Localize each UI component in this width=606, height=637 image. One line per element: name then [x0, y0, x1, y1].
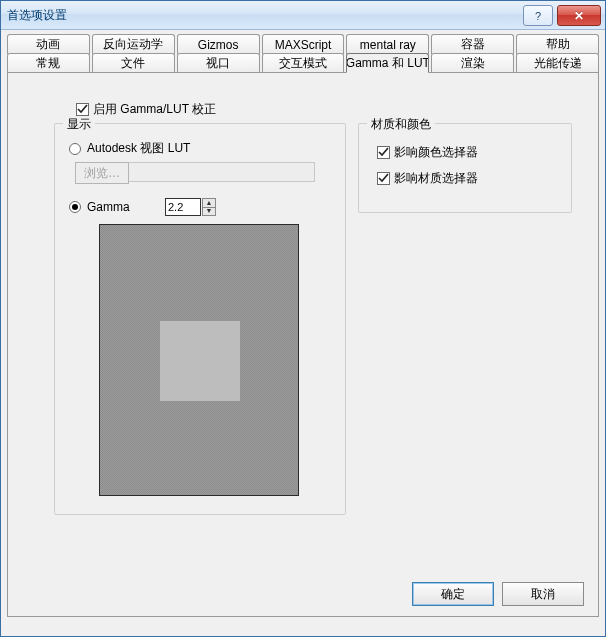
ok-button[interactable]: 确定	[412, 582, 494, 606]
radio-gamma-label: Gamma	[87, 200, 153, 214]
preferences-window: 首选项设置 ? ✕ 动画 反向运动学 Gizmos MAXScript ment…	[0, 0, 606, 637]
enable-gamma-checkbox[interactable]	[76, 103, 89, 116]
affect-mat-checkbox[interactable]	[377, 172, 390, 185]
affect-mat-row: 影响材质选择器	[377, 170, 478, 187]
window-title: 首选项设置	[7, 7, 523, 24]
tab-row-bottom: 常规 文件 视口 交互模式 Gamma 和 LUT 渲染 光能传递	[7, 53, 599, 73]
tab-render[interactable]: 渲染	[431, 53, 514, 73]
tab-container: 动画 反向运动学 Gizmos MAXScript mental ray 容器 …	[1, 30, 605, 617]
tab-interaction[interactable]: 交互模式	[262, 53, 345, 73]
help-icon: ?	[535, 10, 541, 22]
browse-button[interactable]: 浏览…	[75, 162, 129, 184]
affect-color-checkbox[interactable]	[377, 146, 390, 159]
group-material: 材质和颜色 影响颜色选择器 影响材质选择器	[358, 123, 572, 213]
tab-animation[interactable]: 动画	[7, 34, 90, 54]
affect-mat-label: 影响材质选择器	[394, 170, 478, 187]
radio-lut-row: Autodesk 视图 LUT	[69, 140, 190, 157]
gamma-preview-swatch	[99, 224, 299, 496]
check-icon	[378, 173, 389, 184]
affect-color-row: 影响颜色选择器	[377, 144, 478, 161]
enable-gamma-label: 启用 Gamma/LUT 校正	[93, 101, 216, 118]
tab-help[interactable]: 帮助	[516, 34, 599, 54]
tab-mentalray[interactable]: mental ray	[346, 34, 429, 54]
tab-viewport[interactable]: 视口	[177, 53, 260, 73]
tab-row-top: 动画 反向运动学 Gizmos MAXScript mental ray 容器 …	[7, 34, 599, 54]
check-icon	[77, 104, 88, 115]
close-icon: ✕	[574, 9, 584, 23]
check-icon	[378, 147, 389, 158]
help-button[interactable]: ?	[523, 5, 553, 26]
dialog-button-bar: 确定 取消	[412, 582, 584, 606]
cancel-button[interactable]: 取消	[502, 582, 584, 606]
browse-row: 浏览…	[75, 162, 315, 184]
radio-lut-label: Autodesk 视图 LUT	[87, 140, 190, 157]
close-button[interactable]: ✕	[557, 5, 601, 26]
enable-gamma-row: 启用 Gamma/LUT 校正	[76, 101, 216, 118]
titlebar: 首选项设置 ? ✕	[1, 1, 605, 30]
tab-maxscript[interactable]: MAXScript	[262, 34, 345, 54]
tab-ik[interactable]: 反向运动学	[92, 34, 175, 54]
radio-lut[interactable]	[69, 143, 81, 155]
group-display-legend: 显示	[63, 116, 95, 133]
tab-general[interactable]: 常规	[7, 53, 90, 73]
gamma-spin-buttons: ▲ ▼	[202, 198, 216, 216]
affect-color-label: 影响颜色选择器	[394, 144, 478, 161]
gamma-preview-inner	[160, 321, 240, 401]
tab-radiosity[interactable]: 光能传递	[516, 53, 599, 73]
gamma-spin-down[interactable]: ▼	[202, 207, 216, 217]
tab-gizmos[interactable]: Gizmos	[177, 34, 260, 54]
tab-files[interactable]: 文件	[92, 53, 175, 73]
gamma-input[interactable]	[165, 198, 201, 216]
radio-gamma-row: Gamma ▲ ▼	[69, 198, 216, 216]
tab-container-opt[interactable]: 容器	[431, 34, 514, 54]
gamma-spinner: ▲ ▼	[165, 198, 216, 216]
gamma-spin-up[interactable]: ▲	[202, 198, 216, 207]
radio-gamma[interactable]	[69, 201, 81, 213]
group-display: 显示 Autodesk 视图 LUT 浏览… Gamma ▲	[54, 123, 346, 515]
lut-path-field	[129, 162, 315, 182]
group-material-legend: 材质和颜色	[367, 116, 435, 133]
tab-panel: 启用 Gamma/LUT 校正 显示 Autodesk 视图 LUT 浏览… G…	[7, 72, 599, 617]
tab-gamma-lut[interactable]: Gamma 和 LUT	[346, 53, 429, 73]
